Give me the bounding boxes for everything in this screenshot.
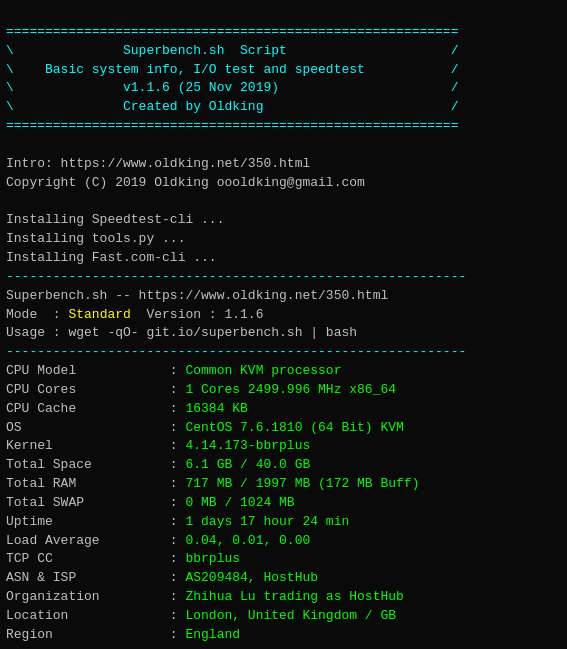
cpu-model-line: CPU Model : Common KVM processor [6,363,341,378]
title-line1: \ Superbench.sh Script / [6,43,458,58]
kernel-line: Kernel : 4.14.173-bbrplus [6,438,310,453]
cpu-cache-line: CPU Cache : 16384 KB [6,401,248,416]
install2: Installing tools.py ... [6,231,185,246]
asn-line: ASN & ISP : AS209484, HostHub [6,570,318,585]
org-line: Organization : Zhihua Lu trading as Host… [6,589,404,604]
total-swap-line: Total SWAP : 0 MB / 1024 MB [6,495,295,510]
title-line2: \ Basic system info, I/O test and speedt… [6,62,458,77]
dash1: ----------------------------------------… [6,269,466,284]
superbench-url: Superbench.sh -- https://www.oldking.net… [6,288,388,303]
usage-line: Usage : wget -qO- git.io/superbench.sh |… [6,325,357,340]
intro-url: Intro: https://www.oldking.net/350.html [6,156,310,171]
cpu-cores-line: CPU Cores : 1 Cores 2499.996 MHz x86_64 [6,382,396,397]
dash2: ----------------------------------------… [6,344,466,359]
load-avg-line: Load Average : 0.04, 0.01, 0.00 [6,533,310,548]
title-line3: \ v1.1.6 (25 Nov 2019) / [6,80,458,95]
region-line: Region : England [6,627,240,642]
divider-top: ========================================… [6,24,458,39]
install3: Installing Fast.com-cli ... [6,250,217,265]
terminal-output: ========================================… [6,4,561,649]
location-line: Location : London, United Kingdom / GB [6,608,396,623]
install1: Installing Speedtest-cli ... [6,212,224,227]
os-line: OS : CentOS 7.6.1810 (64 Bit) KVM [6,420,404,435]
uptime-line: Uptime : 1 days 17 hour 24 min [6,514,349,529]
total-space-line: Total Space : 6.1 GB / 40.0 GB [6,457,310,472]
total-ram-line: Total RAM : 717 MB / 1997 MB (172 MB Buf… [6,476,419,491]
title-line4: \ Created by Oldking / [6,99,458,114]
mode-line: Mode : Standard Version : 1.1.6 [6,307,263,322]
tcp-cc-line: TCP CC : bbrplus [6,551,240,566]
copyright: Copyright (C) 2019 Oldking oooldking@gma… [6,175,365,190]
divider-mid: ========================================… [6,118,458,133]
